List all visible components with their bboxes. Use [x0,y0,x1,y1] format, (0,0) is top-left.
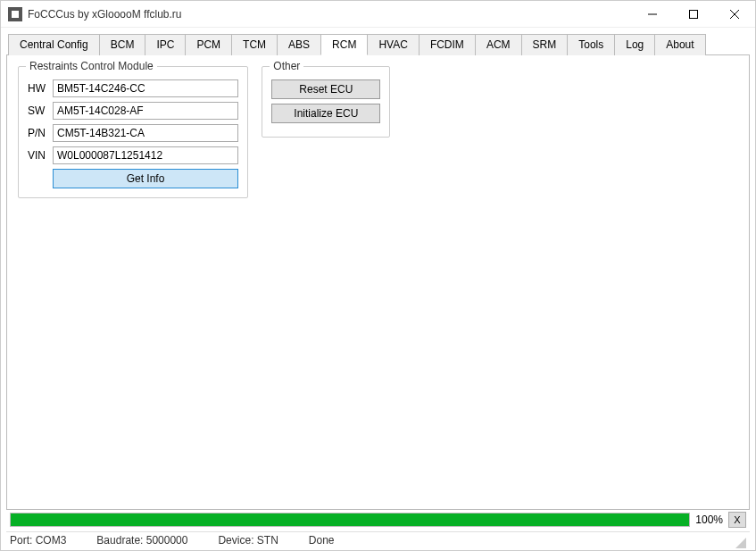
vin-label: VIN [28,149,53,162]
progress-row: 100% X [6,510,750,531]
maximize-icon [689,10,698,19]
status-baudrate: Baudrate: 5000000 [96,534,187,548]
vin-row: VIN [28,146,238,164]
sw-row: SW [28,102,238,120]
tab-pcm[interactable]: PCM [185,34,232,55]
tab-strip: Central ConfigBCMIPCPCMTCMABSRCMHVACFCDI… [6,33,750,55]
tab-abs[interactable]: ABS [277,34,321,55]
tab-bcm[interactable]: BCM [99,34,146,55]
progress-bar [10,513,690,527]
maximize-button[interactable] [673,1,714,28]
tab-about[interactable]: About [654,34,705,55]
progress-percent-label: 100% [695,513,723,526]
svg-rect-1 [690,10,698,18]
minimize-icon [648,10,657,19]
titlebar: FoCCCus by xGlooooM ffclub.ru [1,1,755,28]
statusbar: Port: COM3 Baudrate: 5000000 Device: STN… [6,531,750,550]
tab-ipc[interactable]: IPC [145,34,186,55]
restraints-control-module-group: Restraints Control Module HW SW P/N VIN … [18,66,248,198]
tab-srm[interactable]: SRM [521,34,569,55]
close-button[interactable] [714,1,755,28]
vin-input[interactable] [53,146,238,164]
tab-rcm[interactable]: RCM [320,34,368,55]
group-legend: Other [270,60,303,72]
pn-label: P/N [28,127,53,139]
window-title: FoCCCus by xGlooooM ffclub.ru [28,8,632,21]
pn-row: P/N [28,124,238,142]
status-state: Done [309,534,335,548]
hw-input[interactable] [53,79,238,97]
group-legend: Restraints Control Module [26,60,157,72]
other-group: Other Reset ECU Initialize ECU [262,66,390,138]
reset-ecu-button[interactable]: Reset ECU [271,79,380,99]
hw-label: HW [28,82,53,95]
tab-central-config[interactable]: Central Config [8,34,100,55]
get-info-button[interactable]: Get Info [53,169,238,188]
tab-log[interactable]: Log [614,34,655,55]
progress-fill [11,513,689,526]
window-controls [632,1,755,28]
progress-cancel-button[interactable]: X [728,512,746,528]
tab-hvac[interactable]: HVAC [367,34,419,55]
tab-tcm[interactable]: TCM [231,34,278,55]
pn-input[interactable] [53,124,238,142]
status-port: Port: COM3 [10,534,66,548]
app-icon [8,7,22,21]
sw-input[interactable] [53,102,238,120]
status-device: Device: STN [218,534,278,548]
tab-tools[interactable]: Tools [567,34,615,55]
initialize-ecu-button[interactable]: Initialize ECU [271,104,380,123]
tab-acm[interactable]: ACM [475,34,522,55]
tab-content-rcm: Restraints Control Module HW SW P/N VIN … [6,55,750,510]
hw-row: HW [28,79,238,97]
sw-label: SW [28,104,53,117]
tab-fcdim[interactable]: FCDIM [419,34,476,55]
minimize-button[interactable] [632,1,673,28]
close-icon [730,10,739,19]
resize-grip-icon[interactable] [732,534,746,548]
